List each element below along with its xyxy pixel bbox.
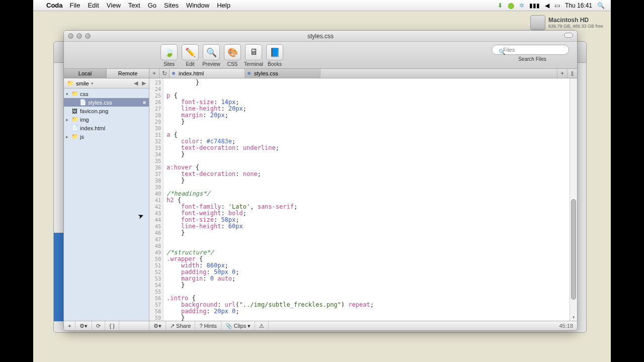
add-icon[interactable]: + <box>557 69 567 78</box>
scroll-down-icon[interactable]: ▾ <box>570 314 577 320</box>
status-icon[interactable]: ⬇ <box>498 2 503 9</box>
window-title: styles.css <box>64 33 577 40</box>
volume-icon[interactable]: ◀ <box>545 2 549 9</box>
drive-info: 639.79 GB, 489.33 GB free <box>548 24 603 29</box>
editor-action-button[interactable]: ⚠ <box>255 321 269 330</box>
folder-icon: 📁 <box>67 80 74 86</box>
dropdown-icon[interactable]: ▾ <box>91 81 94 86</box>
tree-label: img <box>80 117 89 123</box>
file-tree: 📁css📄styles.css🖼favicon.png📁img📄index.ht… <box>64 88 149 321</box>
menu-window[interactable]: Window <box>186 2 209 9</box>
menu-help[interactable]: Help <box>217 2 230 9</box>
menu-text[interactable]: Text <box>128 2 140 9</box>
editor-action-button[interactable]: ⚙▾ <box>149 321 166 330</box>
reload-icon[interactable]: ↻ <box>159 69 170 78</box>
tree-folder[interactable]: 📁js <box>64 132 149 141</box>
desktop-drive[interactable]: Macintosh HD 639.79 GB, 489.33 GB free <box>530 15 606 30</box>
path-folder: smile <box>76 80 89 86</box>
file-icon: 📄 <box>79 99 87 106</box>
tree-folder[interactable]: 📁css <box>64 89 149 98</box>
sidebar-action-button[interactable]: ⟳ <box>92 321 105 330</box>
scrollbar[interactable]: ▾ <box>570 78 577 321</box>
tree-label: favicon.png <box>80 108 108 114</box>
file-icon: 📄 <box>71 125 78 131</box>
sidebar-action-button[interactable]: ⚙▾ <box>75 321 92 330</box>
tree-file[interactable]: 📄index.html <box>64 124 149 132</box>
cursor-position: 45:18 <box>555 323 577 329</box>
tree-file[interactable]: 🖼favicon.png <box>64 107 149 115</box>
line-gutter: 23 24 25 26 27 28 29 30 31 32 33 34 35 3… <box>149 78 164 321</box>
code-area[interactable]: } p { font-size: 14px; line-height: 20px… <box>164 78 570 321</box>
tree-label: js <box>80 134 84 140</box>
toolbar-preview-button[interactable]: 🔍Preview <box>201 44 222 67</box>
menu-edit[interactable]: Edit <box>88 2 99 9</box>
folder-icon: 📁 <box>71 133 78 140</box>
tab-remote[interactable]: Remote <box>107 69 149 78</box>
menu-sites[interactable]: Sites <box>164 2 179 9</box>
toolbar: 🍃Sites✏️Edit🔍Preview🎨CSS🖥Terminal📘Books … <box>64 42 577 69</box>
drive-name: Macintosh HD <box>548 17 603 24</box>
file-tab[interactable]: styles.css <box>245 69 320 78</box>
clock[interactable]: Thu 16:41 <box>565 2 592 9</box>
editor-action-button[interactable]: 📎 Clips ▾ <box>221 321 256 330</box>
tab-local[interactable]: Local <box>64 69 107 78</box>
editor-action-button[interactable]: ↗ Share <box>166 321 195 330</box>
tree-folder[interactable]: 📁img <box>64 115 149 124</box>
tree-label: css <box>80 91 89 97</box>
sidebar-action-button[interactable]: { } <box>105 321 119 330</box>
spotlight-icon[interactable]: 🔍 <box>597 2 605 9</box>
search-placeholder: Files <box>503 47 515 53</box>
disclosure-icon[interactable] <box>66 134 71 139</box>
tree-label: styles.css <box>88 100 112 106</box>
app-menu[interactable]: Coda <box>46 2 63 9</box>
editor[interactable]: 23 24 25 26 27 28 29 30 31 32 33 34 35 3… <box>149 78 577 321</box>
coda-window: styles.css 🍃Sites✏️Edit🔍Preview🎨CSS🖥Term… <box>63 30 578 331</box>
nav-back-icon[interactable]: ◀ <box>134 80 138 86</box>
sidebar-action-button[interactable]: + <box>64 321 75 330</box>
status-icon[interactable]: ⬤ <box>508 2 514 9</box>
tree-label: index.html <box>80 125 105 131</box>
disclosure-icon[interactable] <box>66 117 71 122</box>
folder-icon: 📁 <box>71 90 78 97</box>
menu-view[interactable]: View <box>107 2 121 9</box>
toolbar-sites-button[interactable]: 🍃Sites <box>158 44 180 67</box>
file-icon: 🖼 <box>71 108 78 114</box>
path-bar[interactable]: 📁 smile ▾ ◀ ▶ <box>64 78 149 88</box>
drive-icon <box>530 15 545 30</box>
disclosure-icon[interactable] <box>66 92 71 97</box>
status-bar: +⚙▾⟳{ } ⚙▾↗ Share? Hints📎 Clips ▾⚠45:18 <box>64 321 577 330</box>
toolbar-toggle-icon[interactable] <box>564 33 573 38</box>
toolbar-terminal-button[interactable]: 🖥Terminal <box>243 44 264 67</box>
menu-file[interactable]: File <box>70 2 80 9</box>
folder-icon: 📁 <box>71 116 78 123</box>
split-icon[interactable]: ⫿ <box>567 69 577 78</box>
nav-fwd-icon[interactable]: ▶ <box>142 80 146 86</box>
tab-row: Local Remote + ↻ index.htmlstyles.css + … <box>64 69 577 78</box>
status-icon[interactable]: ✲ <box>519 2 524 9</box>
sidebar: 📁 smile ▾ ◀ ▶ 📁css📄styles.css🖼favicon.pn… <box>64 78 149 321</box>
new-tab-button[interactable]: + <box>149 69 159 78</box>
titlebar[interactable]: styles.css <box>64 31 577 42</box>
menu-go[interactable]: Go <box>148 2 156 9</box>
toolbar-css-button[interactable]: 🎨CSS <box>222 44 243 67</box>
tree-file[interactable]: 📄styles.css <box>64 98 149 107</box>
mac-menubar: Coda File Edit View Text Go Sites Window… <box>33 0 611 11</box>
search-input[interactable]: Files <box>492 45 569 55</box>
editor-action-button[interactable]: ? Hints <box>195 321 221 330</box>
battery-icon[interactable]: ▮▮▮ <box>529 2 540 9</box>
toolbar-books-button[interactable]: 📘Books <box>264 44 285 67</box>
display-icon[interactable]: ▭ <box>554 2 560 9</box>
scroll-thumb[interactable] <box>571 199 576 300</box>
toolbar-edit-button[interactable]: ✏️Edit <box>180 44 201 67</box>
search-label: Search Files <box>492 56 573 62</box>
file-tab[interactable]: index.html <box>170 69 245 78</box>
